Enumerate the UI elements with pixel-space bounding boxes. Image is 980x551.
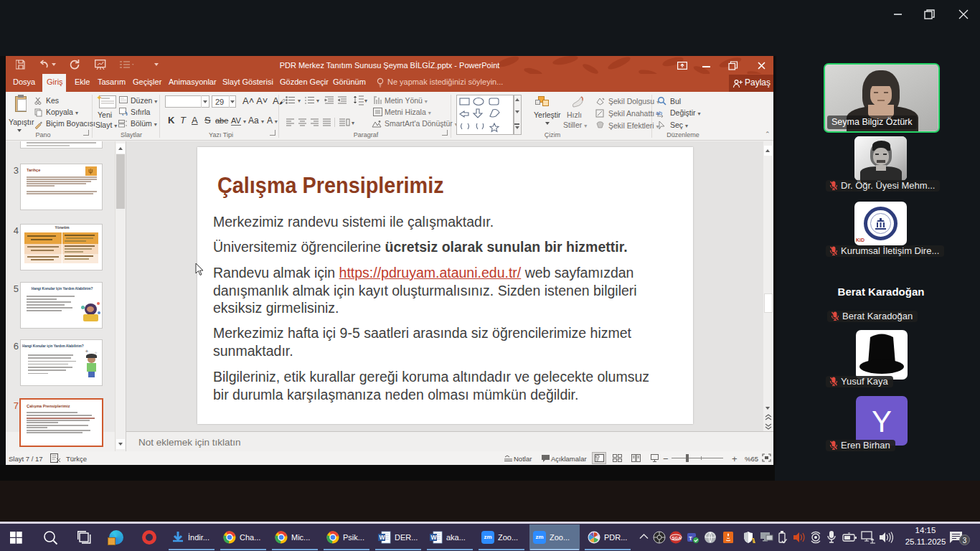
svg-text:W: W <box>431 534 438 541</box>
svg-text:T: T <box>689 535 692 542</box>
svg-text:SGA: SGA <box>672 536 682 540</box>
svg-text:W: W <box>380 534 386 541</box>
